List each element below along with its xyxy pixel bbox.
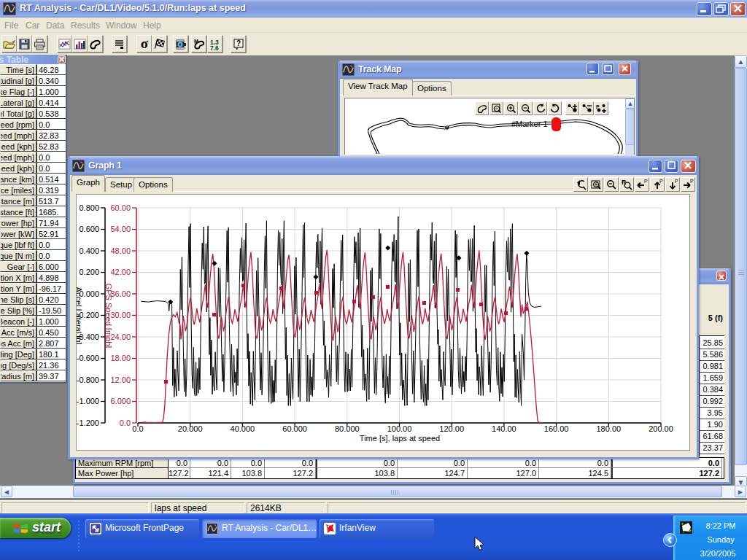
svg-text:-1.200: -1.200 bbox=[77, 419, 99, 427]
svg-text:200.00: 200.00 bbox=[649, 424, 673, 433]
svg-text:120.00: 120.00 bbox=[439, 424, 464, 433]
svg-text:48.00: 48.00 bbox=[110, 246, 131, 255]
svg-text:P: P bbox=[644, 179, 648, 184]
svg-text:60.00: 60.00 bbox=[110, 203, 131, 212]
svg-text:42.00: 42.00 bbox=[110, 268, 131, 276]
svg-text:-0.600: -0.600 bbox=[77, 354, 99, 362]
svg-text:#Marker 1: #Marker 1 bbox=[511, 120, 548, 128]
svg-text:0.200: 0.200 bbox=[79, 268, 99, 276]
svg-text:0.0: 0.0 bbox=[132, 424, 143, 433]
svg-text:0.800: 0.800 bbox=[79, 203, 99, 212]
svg-text:60.000: 60.000 bbox=[282, 424, 307, 433]
svg-text:R: R bbox=[622, 179, 627, 186]
svg-text:160.00: 160.00 bbox=[544, 424, 569, 433]
svg-text:6.000: 6.000 bbox=[110, 397, 131, 405]
svg-text:P: P bbox=[675, 179, 678, 184]
svg-text:P: P bbox=[596, 104, 600, 109]
svg-text:Time [s], laps at speed: Time [s], laps at speed bbox=[360, 434, 440, 443]
svg-text:180.00: 180.00 bbox=[596, 424, 621, 433]
svg-text:140.00: 140.00 bbox=[492, 424, 516, 433]
svg-text:12.00: 12.00 bbox=[110, 376, 131, 384]
svg-text:P: P bbox=[690, 179, 694, 184]
svg-text:-0.800: -0.800 bbox=[77, 376, 99, 384]
svg-text:GPS Speed [mph]: GPS Speed [mph] bbox=[104, 284, 113, 349]
svg-text:100.00: 100.00 bbox=[387, 424, 412, 433]
svg-text:σ: σ bbox=[141, 39, 149, 50]
svg-text:-1.000: -1.000 bbox=[77, 397, 99, 405]
svg-text:Accel Lateral [g]: Accel Lateral [g] bbox=[77, 287, 83, 345]
svg-text:80.000: 80.000 bbox=[335, 424, 360, 433]
svg-text:18.00: 18.00 bbox=[110, 354, 131, 362]
svg-text:7.6: 7.6 bbox=[210, 44, 219, 51]
svg-text:0.400: 0.400 bbox=[79, 246, 99, 255]
svg-text:?: ? bbox=[236, 39, 241, 47]
svg-text:P: P bbox=[659, 179, 663, 184]
svg-text:20.000: 20.000 bbox=[178, 424, 203, 433]
svg-text:54.00: 54.00 bbox=[110, 225, 131, 233]
svg-text:0.0: 0.0 bbox=[120, 419, 131, 427]
svg-text:40.000: 40.000 bbox=[231, 424, 255, 433]
svg-text:0.600: 0.600 bbox=[79, 225, 99, 233]
